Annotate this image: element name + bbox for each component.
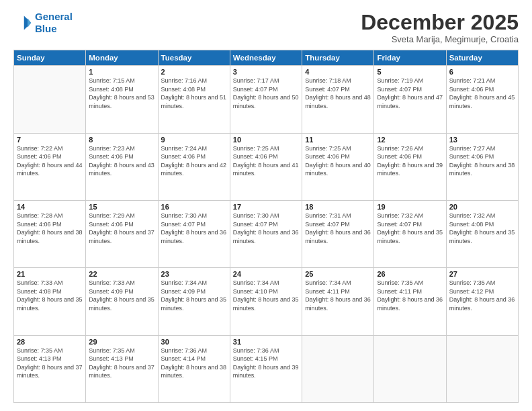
table-row [446,335,518,402]
sunset-text: Sunset: 4:07 PM [377,85,443,94]
day-number: 14 [17,203,83,211]
daylight-text: Daylight: 8 hours and 36 minutes. [377,295,443,312]
day-info: Sunrise: 7:34 AM Sunset: 4:11 PM Dayligh… [305,279,371,312]
sunrise-text: Sunrise: 7:30 AM [161,212,227,220]
day-info: Sunrise: 7:24 AM Sunset: 4:06 PM Dayligh… [161,144,227,178]
table-row [14,66,86,133]
col-saturday: Saturday [446,50,518,66]
table-row: 7 Sunrise: 7:22 AM Sunset: 4:06 PM Dayli… [14,133,86,200]
day-number: 15 [89,203,154,211]
table-row: 25 Sunrise: 7:34 AM Sunset: 4:11 PM Dayl… [302,268,374,335]
sunset-text: Sunset: 4:11 PM [305,287,371,296]
day-number: 16 [161,203,227,211]
day-number: 11 [305,136,371,144]
sunset-text: Sunset: 4:06 PM [449,85,515,94]
sunset-text: Sunset: 4:09 PM [89,287,154,296]
sunset-text: Sunset: 4:06 PM [161,152,227,161]
day-info: Sunrise: 7:30 AM Sunset: 4:07 PM Dayligh… [161,212,227,245]
col-monday: Monday [86,50,158,66]
day-number: 12 [377,136,443,144]
day-info: Sunrise: 7:32 AM Sunset: 4:08 PM Dayligh… [449,212,515,245]
daylight-text: Daylight: 8 hours and 37 minutes. [17,363,83,380]
day-info: Sunrise: 7:22 AM Sunset: 4:06 PM Dayligh… [17,144,83,178]
day-info: Sunrise: 7:19 AM Sunset: 4:07 PM Dayligh… [377,77,443,110]
day-number: 1 [89,68,154,76]
daylight-text: Daylight: 8 hours and 35 minutes. [377,228,443,245]
sunset-text: Sunset: 4:08 PM [449,220,515,229]
table-row: 31 Sunrise: 7:36 AM Sunset: 4:15 PM Dayl… [230,335,302,402]
sunrise-text: Sunrise: 7:32 AM [449,212,515,220]
day-info: Sunrise: 7:28 AM Sunset: 4:06 PM Dayligh… [17,212,83,245]
table-row: 30 Sunrise: 7:36 AM Sunset: 4:14 PM Dayl… [158,335,230,402]
sunrise-text: Sunrise: 7:18 AM [305,77,371,85]
sunrise-text: Sunrise: 7:15 AM [89,77,154,85]
sunrise-text: Sunrise: 7:28 AM [17,212,83,220]
daylight-text: Daylight: 8 hours and 36 minutes. [305,228,371,245]
sunset-text: Sunset: 4:06 PM [449,152,515,161]
table-row: 21 Sunrise: 7:33 AM Sunset: 4:08 PM Dayl… [14,268,86,335]
daylight-text: Daylight: 8 hours and 36 minutes. [449,295,515,312]
daylight-text: Daylight: 8 hours and 37 minutes. [89,363,154,380]
table-row: 29 Sunrise: 7:35 AM Sunset: 4:13 PM Dayl… [86,335,158,402]
day-number: 21 [17,270,83,278]
calendar-week-row: 1 Sunrise: 7:15 AM Sunset: 4:08 PM Dayli… [14,66,519,133]
col-tuesday: Tuesday [158,50,230,66]
sunrise-text: Sunrise: 7:34 AM [305,279,371,287]
day-info: Sunrise: 7:30 AM Sunset: 4:07 PM Dayligh… [233,212,299,245]
day-number: 5 [377,68,443,76]
table-row [302,335,374,402]
day-number: 28 [17,338,83,346]
col-sunday: Sunday [14,50,86,66]
sunrise-text: Sunrise: 7:35 AM [89,347,154,355]
day-info: Sunrise: 7:35 AM Sunset: 4:11 PM Dayligh… [377,279,443,312]
day-number: 20 [449,203,515,211]
sunrise-text: Sunrise: 7:26 AM [377,144,443,153]
day-info: Sunrise: 7:25 AM Sunset: 4:06 PM Dayligh… [305,144,371,178]
day-number: 31 [233,338,299,346]
sunset-text: Sunset: 4:13 PM [89,355,154,363]
day-info: Sunrise: 7:34 AM Sunset: 4:09 PM Dayligh… [161,279,227,312]
day-info: Sunrise: 7:17 AM Sunset: 4:07 PM Dayligh… [233,77,299,110]
sunset-text: Sunset: 4:07 PM [233,85,299,94]
sunset-text: Sunset: 4:08 PM [17,287,83,296]
daylight-text: Daylight: 8 hours and 39 minutes. [377,161,443,178]
day-info: Sunrise: 7:33 AM Sunset: 4:08 PM Dayligh… [17,279,83,312]
table-row: 5 Sunrise: 7:19 AM Sunset: 4:07 PM Dayli… [374,66,446,133]
day-number: 17 [233,203,299,211]
table-row: 15 Sunrise: 7:29 AM Sunset: 4:06 PM Dayl… [86,200,158,267]
day-info: Sunrise: 7:36 AM Sunset: 4:14 PM Dayligh… [161,347,227,380]
sunset-text: Sunset: 4:06 PM [17,220,83,229]
table-row: 11 Sunrise: 7:25 AM Sunset: 4:06 PM Dayl… [302,133,374,200]
sunrise-text: Sunrise: 7:17 AM [233,77,299,85]
table-row: 4 Sunrise: 7:18 AM Sunset: 4:07 PM Dayli… [302,66,374,133]
daylight-text: Daylight: 8 hours and 45 minutes. [449,93,515,110]
sunrise-text: Sunrise: 7:25 AM [233,144,299,153]
sunrise-text: Sunrise: 7:27 AM [449,144,515,153]
table-row: 12 Sunrise: 7:26 AM Sunset: 4:06 PM Dayl… [374,133,446,200]
sunrise-text: Sunrise: 7:36 AM [161,347,227,355]
day-number: 10 [233,136,299,144]
day-info: Sunrise: 7:18 AM Sunset: 4:07 PM Dayligh… [305,77,371,110]
daylight-text: Daylight: 8 hours and 35 minutes. [161,295,227,312]
day-info: Sunrise: 7:16 AM Sunset: 4:08 PM Dayligh… [161,77,227,110]
sunset-text: Sunset: 4:09 PM [161,287,227,296]
sunset-text: Sunset: 4:08 PM [161,85,227,94]
table-row: 27 Sunrise: 7:35 AM Sunset: 4:12 PM Dayl… [446,268,518,335]
daylight-text: Daylight: 8 hours and 53 minutes. [89,93,154,110]
sunrise-text: Sunrise: 7:31 AM [305,212,371,220]
day-info: Sunrise: 7:31 AM Sunset: 4:07 PM Dayligh… [305,212,371,245]
month-title: December 2025 [361,11,519,34]
sunset-text: Sunset: 4:12 PM [449,287,515,296]
daylight-text: Daylight: 8 hours and 48 minutes. [305,93,371,110]
sunrise-text: Sunrise: 7:29 AM [89,212,154,220]
table-row: 14 Sunrise: 7:28 AM Sunset: 4:06 PM Dayl… [14,200,86,267]
daylight-text: Daylight: 8 hours and 41 minutes. [233,161,299,178]
sunset-text: Sunset: 4:07 PM [161,220,227,229]
daylight-text: Daylight: 8 hours and 51 minutes. [161,93,227,110]
daylight-text: Daylight: 8 hours and 35 minutes. [89,295,154,312]
calendar-week-row: 28 Sunrise: 7:35 AM Sunset: 4:13 PM Dayl… [14,335,519,402]
daylight-text: Daylight: 8 hours and 38 minutes. [161,363,227,380]
sunrise-text: Sunrise: 7:35 AM [377,279,443,287]
day-number: 18 [305,203,371,211]
calendar-table: Sunday Monday Tuesday Wednesday Thursday… [13,50,519,403]
